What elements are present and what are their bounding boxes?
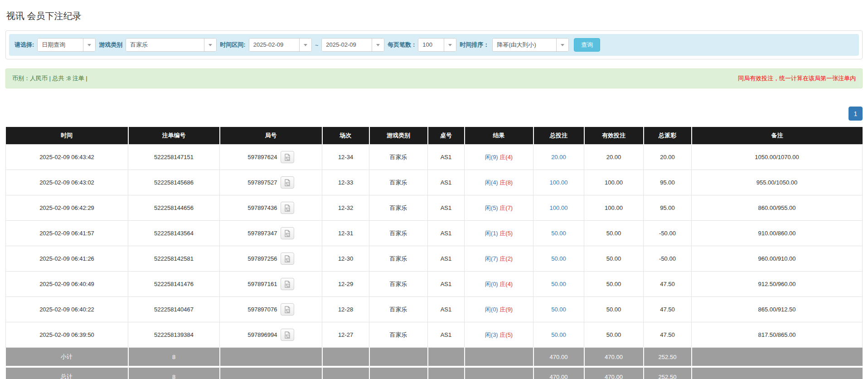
subtotal-label: 小计 xyxy=(6,348,128,367)
chevron-down-icon[interactable] xyxy=(556,39,568,51)
cell-valid-bet: 50.00 xyxy=(584,272,644,297)
total-bet-link[interactable]: 50.00 xyxy=(551,230,566,237)
cell-round-no: 597897527 xyxy=(220,170,322,195)
bet-records-table: 时间 注单编号 局号 场次 游戏类别 桌号 结果 总投注 有效投注 总派彩 备注… xyxy=(5,127,863,379)
subtotal-empty-cell xyxy=(465,348,533,367)
game-select[interactable]: 百家乐 xyxy=(126,38,217,52)
round-number: 597896994 xyxy=(247,331,277,338)
cell-table-no: AS1 xyxy=(428,145,465,170)
result-player: 闲(0) xyxy=(485,306,498,313)
subtotal-count: 8 xyxy=(128,348,220,367)
round-number: 597897624 xyxy=(247,154,277,160)
page-1-button[interactable]: 1 xyxy=(849,107,863,121)
table-row: 2025-02-09 06:39:50 522258139384 5978969… xyxy=(6,322,863,348)
video-replay-icon xyxy=(284,204,291,212)
cell-payout: 47.50 xyxy=(644,322,692,348)
total-bet-link[interactable]: 50.00 xyxy=(551,255,566,262)
cell-game: 百家乐 xyxy=(369,272,428,297)
result-banker: 庄(9) xyxy=(499,306,513,313)
table-row: 2025-02-09 06:41:57 522258143564 5978973… xyxy=(6,221,863,246)
total-empty-cell xyxy=(322,367,369,379)
date-from-value[interactable]: 2025-02-09 xyxy=(249,39,299,51)
result-player: 闲(0) xyxy=(485,281,498,287)
per-page-label: 每页笔数 : xyxy=(388,41,415,49)
search-button[interactable]: 查询 xyxy=(574,38,600,52)
page-container: 视讯 会员下注纪录 请选择: 日期查询 游戏类别 百家乐 时间区间: 2025-… xyxy=(0,0,868,379)
date-from-picker[interactable]: 2025-02-09 xyxy=(249,38,312,52)
game-label: 游戏类别 xyxy=(99,41,122,49)
subtotal-empty-cell xyxy=(369,348,428,367)
total-bet-link[interactable]: 50.00 xyxy=(551,281,566,287)
mode-select-value[interactable]: 日期查询 xyxy=(38,39,83,51)
video-replay-icon xyxy=(284,154,291,161)
cell-game: 百家乐 xyxy=(369,170,428,195)
video-replay-button[interactable] xyxy=(281,202,294,214)
chevron-down-icon[interactable] xyxy=(204,39,216,51)
date-to-value[interactable]: 2025-02-09 xyxy=(322,39,372,51)
sort-select-value[interactable]: 降幂(由大到小) xyxy=(493,39,556,51)
video-replay-button[interactable] xyxy=(281,151,294,163)
subtotal-payout: 252.50 xyxy=(644,348,692,367)
game-select-value[interactable]: 百家乐 xyxy=(126,39,204,51)
cell-result: 闲(4) 庄(8) xyxy=(465,170,533,195)
total-row: 总计 8 470.00 470.00 252.50 xyxy=(6,367,863,379)
cell-valid-bet: 50.00 xyxy=(584,322,644,348)
col-header-payout: 总派彩 xyxy=(644,127,692,145)
video-replay-button[interactable] xyxy=(281,278,294,290)
result-banker: 庄(2) xyxy=(499,255,513,262)
chevron-down-icon[interactable] xyxy=(299,39,311,51)
cell-valid-bet: 100.00 xyxy=(584,170,644,195)
chevron-down-icon[interactable] xyxy=(83,39,95,51)
filter-panel: 请选择: 日期查询 游戏类别 百家乐 时间区间: 2025-02-09 ~ 20… xyxy=(5,30,863,59)
cell-bet-no: 522258144656 xyxy=(128,195,220,221)
round-number: 597897161 xyxy=(247,281,277,287)
cell-total-bet: 100.00 xyxy=(533,170,584,195)
per-page-value[interactable]: 100 xyxy=(418,39,444,51)
sort-label: 时间排序： xyxy=(460,41,489,49)
col-header-table-no: 桌号 xyxy=(428,127,465,145)
video-replay-button[interactable] xyxy=(281,329,294,341)
cell-result: 闲(1) 庄(5) xyxy=(465,221,533,246)
chevron-down-icon[interactable] xyxy=(372,39,384,51)
cell-valid-bet: 100.00 xyxy=(584,195,644,221)
video-replay-icon xyxy=(284,255,291,262)
video-replay-button[interactable] xyxy=(281,227,294,239)
result-banker: 庄(4) xyxy=(499,154,513,160)
total-empty-cell xyxy=(465,367,533,379)
cell-total-bet: 100.00 xyxy=(533,195,584,221)
video-replay-icon xyxy=(284,281,291,288)
video-replay-button[interactable] xyxy=(281,176,294,189)
cell-valid-bet: 20.00 xyxy=(584,145,644,170)
cell-time: 2025-02-09 06:41:57 xyxy=(6,221,128,246)
total-bet-link[interactable]: 100.00 xyxy=(550,204,568,211)
video-replay-button[interactable] xyxy=(281,253,294,265)
date-to-picker[interactable]: 2025-02-09 xyxy=(321,38,384,52)
cell-game: 百家乐 xyxy=(369,145,428,170)
cell-payout: 95.00 xyxy=(644,170,692,195)
cell-session: 12-30 xyxy=(322,246,369,272)
per-page-select[interactable]: 100 xyxy=(418,38,456,52)
cell-note: 817.50/865.00 xyxy=(692,322,863,348)
cell-table-no: AS1 xyxy=(428,322,465,348)
video-replay-button[interactable] xyxy=(281,303,294,316)
cell-note: 910.00/860.00 xyxy=(692,221,863,246)
round-number: 597897256 xyxy=(247,255,277,262)
cell-total-bet: 50.00 xyxy=(533,322,584,348)
sort-select[interactable]: 降幂(由大到小) xyxy=(492,38,569,52)
total-payout: 252.50 xyxy=(644,367,692,379)
chevron-down-icon[interactable] xyxy=(444,39,456,51)
cell-valid-bet: 50.00 xyxy=(584,221,644,246)
table-row: 2025-02-09 06:40:22 522258140467 5978970… xyxy=(6,297,863,322)
cell-total-bet: 50.00 xyxy=(533,221,584,246)
result-banker: 庄(4) xyxy=(499,281,513,287)
cell-result: 闲(5) 庄(7) xyxy=(465,195,533,221)
total-bet-link[interactable]: 50.00 xyxy=(551,331,566,338)
total-label: 总计 xyxy=(6,367,128,379)
mode-select[interactable]: 日期查询 xyxy=(37,38,96,52)
result-player: 闲(7) xyxy=(485,255,498,262)
total-bet-link[interactable]: 20.00 xyxy=(551,154,566,160)
total-empty-cell xyxy=(220,367,322,379)
total-bet-link[interactable]: 50.00 xyxy=(551,306,566,313)
total-bet-link[interactable]: 100.00 xyxy=(550,179,568,186)
cell-result: 闲(7) 庄(2) xyxy=(465,246,533,272)
